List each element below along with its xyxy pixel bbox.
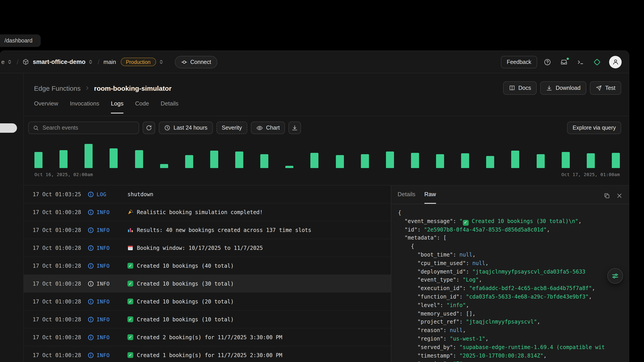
chart-bar[interactable]	[260, 154, 268, 168]
branch-name[interactable]: main	[104, 58, 116, 65]
tab-code[interactable]: Code	[135, 100, 149, 113]
org-name-truncated[interactable]: e	[1, 58, 4, 65]
browser-tab-dashboard[interactable]: /dashboard	[0, 34, 40, 47]
raw-json-line: {	[398, 242, 629, 251]
tab-logs[interactable]: Logs	[111, 100, 124, 113]
chart-toggle-button[interactable]: Chart	[251, 122, 285, 134]
raw-json-line: "deployment_id": "jtaqjclnmyyfpsayscvl_c…	[398, 268, 629, 276]
command-menu-button[interactable]	[574, 56, 587, 68]
plug-icon	[181, 59, 187, 65]
chart-bar[interactable]	[160, 164, 168, 168]
log-row[interactable]: 17 Oct 01:00:28INFO✓Created 10 bookings …	[24, 293, 391, 311]
page-title: room-booking-simulator	[94, 84, 172, 92]
download-button[interactable]: Download	[540, 81, 586, 95]
connect-button[interactable]: Connect	[175, 56, 217, 68]
detail-panel-header: Details Raw	[391, 185, 629, 204]
breadcrumb-separator: /	[16, 58, 18, 66]
chart-bar[interactable]	[612, 153, 620, 168]
detail-tab-raw[interactable]: Raw	[424, 191, 436, 204]
log-row[interactable]: 17 Oct 01:00:28INFO✓Created 10 bookings …	[24, 257, 391, 275]
ai-assistant-fab[interactable]	[607, 268, 623, 284]
terminal-icon	[577, 58, 584, 65]
log-timestamp: 17 Oct 01:00:28	[33, 316, 88, 323]
chart-bar[interactable]	[235, 151, 243, 168]
help-button[interactable]	[541, 56, 554, 68]
chevron-updown-icon[interactable]	[7, 59, 12, 65]
chart-bar[interactable]	[286, 166, 294, 168]
log-level-badge: INFO	[88, 334, 128, 340]
assistant-button[interactable]	[591, 56, 603, 68]
log-message: Results: 40 new bookings created across …	[128, 227, 391, 233]
refresh-button[interactable]	[143, 122, 155, 134]
sidebar-active-indicator[interactable]	[0, 123, 17, 133]
explore-via-query-button[interactable]: Explore via query	[567, 122, 621, 134]
avatar[interactable]	[609, 56, 622, 68]
log-row[interactable]: 17 Oct 01:00:28INFORealistic booking sim…	[24, 203, 391, 221]
chart-bar[interactable]	[34, 152, 42, 168]
chart-bar[interactable]	[411, 153, 419, 168]
chart-bar[interactable]	[486, 156, 494, 168]
check-emoji-icon: ✓	[128, 263, 133, 269]
branch-switcher-icon[interactable]	[158, 59, 164, 65]
export-logs-button[interactable]	[289, 122, 301, 134]
project-switcher-icon[interactable]	[88, 59, 94, 65]
detail-tab-details[interactable]: Details	[398, 191, 416, 204]
raw-json-line: "reason": null,	[398, 326, 629, 335]
chart-bar[interactable]	[210, 151, 218, 168]
book-icon	[509, 85, 515, 91]
chart-bar[interactable]	[336, 155, 344, 168]
tab-details[interactable]: Details	[160, 100, 178, 113]
chart-bar[interactable]	[536, 154, 544, 168]
chart-bar[interactable]	[85, 144, 93, 168]
chart-bar[interactable]	[135, 150, 143, 168]
log-row[interactable]: 17 Oct 01:00:28INFO✓Created 10 bookings …	[24, 311, 391, 329]
raw-json-line: {	[398, 209, 629, 217]
project-name[interactable]: smart-office-demo	[33, 58, 86, 65]
log-row[interactable]: 17 Oct 01:03:25LOGshutdown	[24, 185, 391, 203]
chart-bar[interactable]	[185, 155, 193, 168]
top-navigation-bar: e / smart-office-demo / main Production	[0, 51, 629, 73]
tab-overview[interactable]: Overview	[34, 100, 58, 113]
search-input[interactable]	[42, 125, 134, 131]
test-button[interactable]: Test	[590, 81, 621, 95]
log-row[interactable]: 17 Oct 01:00:28INFOResults: 40 new booki…	[24, 221, 391, 239]
chart-bar[interactable]	[110, 148, 118, 168]
chart-bar[interactable]	[386, 151, 394, 168]
log-row[interactable]: 17 Oct 01:00:28INFO✓Created 10 bookings …	[24, 275, 391, 293]
copy-icon[interactable]	[604, 193, 610, 199]
log-row[interactable]: 17 Oct 01:00:28INFO✓Created 2 booking(s)…	[24, 329, 391, 346]
event-histogram: Oct 16, 2025, 02:00am Oct 17, 2025, 01:0…	[24, 134, 629, 177]
check-emoji-icon: ✓	[128, 281, 133, 287]
raw-json-line: "event_type": "Log",	[398, 276, 629, 285]
breadcrumb-edge-functions[interactable]: Edge Functions	[34, 84, 80, 92]
chart-bar[interactable]	[587, 153, 595, 168]
download-icon	[546, 85, 552, 91]
tab-invocations[interactable]: Invocations	[70, 100, 99, 113]
chart-bar[interactable]	[310, 153, 319, 168]
logs-split: 17 Oct 01:03:25LOGshutdown17 Oct 01:00:2…	[24, 185, 629, 362]
chart-bar[interactable]	[461, 153, 469, 168]
check-emoji-icon: ✓	[128, 334, 133, 340]
main-panel: Edge Functions room-booking-simulator Do…	[24, 73, 629, 362]
inbox-button[interactable]	[558, 56, 570, 68]
raw-json-line: "version": "7"	[398, 360, 629, 362]
close-icon[interactable]	[616, 193, 622, 199]
time-range-button[interactable]: Last 24 hours	[159, 122, 213, 134]
feedback-button[interactable]: Feedback	[501, 56, 537, 68]
severity-filter-button[interactable]: Severity	[216, 122, 247, 134]
chart-bar[interactable]	[60, 150, 68, 168]
log-row[interactable]: 17 Oct 01:00:28INFOBooking window: 10/17…	[24, 239, 391, 257]
chart-bar[interactable]	[436, 154, 444, 168]
log-timestamp: 17 Oct 01:00:28	[33, 209, 88, 215]
log-message: ✓Created 10 bookings (10 total)	[128, 316, 391, 323]
chart-bar[interactable]	[512, 151, 520, 168]
chart-bar[interactable]	[562, 152, 570, 168]
chart-bar[interactable]	[361, 154, 369, 168]
log-row[interactable]: 17 Oct 01:00:28INFO✓Created 1 booking(s)…	[24, 346, 391, 362]
docs-button[interactable]: Docs	[503, 81, 537, 95]
log-message: shutdown	[128, 191, 391, 197]
log-level-badge: INFO	[88, 352, 128, 358]
user-icon	[612, 58, 619, 65]
log-rows: 17 Oct 01:03:25LOGshutdown17 Oct 01:00:2…	[24, 185, 391, 362]
log-message: ✓Created 2 booking(s) for 11/7/2025 3:30…	[128, 334, 391, 340]
